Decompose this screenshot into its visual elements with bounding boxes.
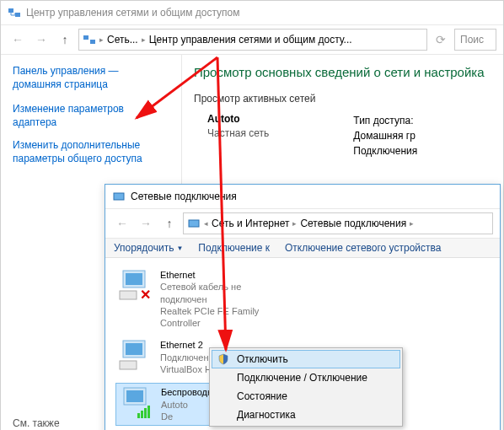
context-menu: Отключить Подключение / Отключение Состо… <box>209 347 403 427</box>
access-type-label: Тип доступа: <box>353 113 417 128</box>
window2-navbar: ← → ↑ ◂ Сеть и Интернет ▸ Сетевые подклю… <box>105 209 500 239</box>
adapter-settings-link[interactable]: Изменение параметров адаптера <box>13 103 169 129</box>
main-heading: Просмотр основных сведений о сети и наст… <box>194 65 503 79</box>
menu-status[interactable]: Состояние <box>212 387 400 406</box>
organize-menu[interactable]: Упорядочить ▼ <box>114 242 183 254</box>
svg-text:✕: ✕ <box>140 288 151 302</box>
network-center-icon <box>8 6 21 19</box>
connection-status: Сетевой кабель не подключен <box>160 281 281 305</box>
ethernet-icon: ✕ <box>118 269 153 303</box>
breadcrumb-root[interactable]: Сеть... <box>107 34 138 46</box>
up-button[interactable]: ↑ <box>55 30 75 50</box>
advanced-sharing-link[interactable]: Изменить дополнительные параметры общего… <box>13 139 169 165</box>
window1-navbar: ← → ↑ ▸ Сеть... ▸ Центр управления сетям… <box>1 25 503 55</box>
window2-titlebar: Сетевые подключения <box>105 185 500 209</box>
svg-rect-0 <box>8 8 13 13</box>
address-bar[interactable]: ◂ Сеть и Интернет ▸ Сетевые подключения … <box>183 212 493 234</box>
window2-toolbar: Упорядочить ▼ Подключение к Отключение с… <box>105 239 500 258</box>
connection-driver: Realtek PCIe FE Family Controller <box>160 305 281 330</box>
chevron-icon: ▸ <box>142 35 146 44</box>
svg-rect-14 <box>126 390 143 402</box>
refresh-button[interactable]: ⟳ <box>431 30 451 50</box>
homegroup-label: Домашняя гр <box>353 128 417 143</box>
active-networks-label: Просмотр активных сетей <box>194 93 503 105</box>
svg-rect-8 <box>120 291 137 299</box>
wifi-icon <box>119 386 154 420</box>
address-icon <box>83 33 96 46</box>
svg-rect-11 <box>126 343 142 355</box>
back-button[interactable]: ← <box>112 213 132 234</box>
svg-rect-17 <box>144 408 147 418</box>
ethernet-icon <box>118 339 153 373</box>
network-connections-icon <box>112 190 126 203</box>
search-input[interactable]: Поис <box>454 29 496 51</box>
chevron-down-icon: ▼ <box>176 245 183 252</box>
svg-rect-12 <box>120 361 137 369</box>
chevron-icon: ◂ <box>204 219 208 228</box>
svg-rect-4 <box>114 193 124 200</box>
connect-to-button[interactable]: Подключение к <box>198 242 270 254</box>
menu-connect-disconnect[interactable]: Подключение / Отключение <box>212 368 400 387</box>
svg-rect-15 <box>137 413 140 418</box>
up-button[interactable]: ↑ <box>159 213 180 234</box>
breadcrumb-current[interactable]: Центр управления сетями и общим досту... <box>149 34 352 46</box>
disable-device-button[interactable]: Отключение сетевого устройства <box>285 242 441 254</box>
svg-rect-3 <box>90 40 95 44</box>
connections-label: Подключения <box>353 143 417 159</box>
window1-titlebar: Центр управления сетями и общим доступом <box>1 1 503 25</box>
control-panel-home-link[interactable]: Панель управления — домашняя страница <box>13 65 169 91</box>
chevron-icon: ▸ <box>410 219 414 228</box>
menu-disable[interactable]: Отключить <box>212 350 400 368</box>
svg-rect-1 <box>15 13 20 17</box>
connection-item[interactable]: ✕ Ethernet Сетевой кабель не подключен R… <box>115 266 284 331</box>
svg-rect-5 <box>189 220 199 227</box>
address-icon <box>187 217 201 230</box>
svg-rect-18 <box>147 406 150 418</box>
window2-title: Сетевые подключения <box>131 191 237 202</box>
network-name: Autoto <box>207 113 269 125</box>
chevron-icon: ▸ <box>99 35 104 44</box>
forward-button: → <box>31 30 51 50</box>
svg-rect-16 <box>141 411 143 418</box>
shield-icon <box>217 353 229 365</box>
connection-name: Ethernet <box>160 269 281 281</box>
svg-rect-7 <box>126 273 142 285</box>
svg-rect-2 <box>83 35 88 40</box>
breadcrumb-conn[interactable]: Сетевые подключения <box>300 218 406 229</box>
menu-diagnostics[interactable]: Диагностика <box>212 406 400 424</box>
back-button[interactable]: ← <box>8 30 28 50</box>
window1-title: Центр управления сетями и общим доступом <box>26 7 240 19</box>
chevron-icon: ▸ <box>292 219 297 228</box>
address-bar[interactable]: ▸ Сеть... ▸ Центр управления сетями и об… <box>78 29 427 51</box>
network-type: Частная сеть <box>207 127 269 139</box>
forward-button: → <box>136 213 156 234</box>
breadcrumb-net[interactable]: Сеть и Интернет <box>212 218 289 229</box>
